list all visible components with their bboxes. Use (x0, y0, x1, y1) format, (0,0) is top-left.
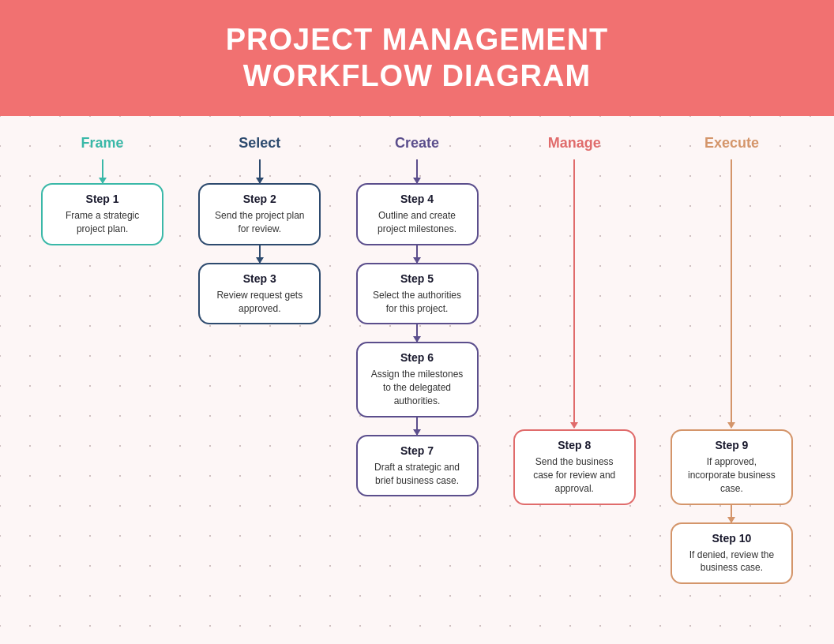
arrow-select (259, 159, 261, 183)
step4-desc: Outline and create project milestones. (369, 209, 466, 236)
col-create-label: Create (395, 135, 439, 152)
step9-title: Step 9 (683, 439, 780, 451)
step4-box: Step 4 Outline and create project milest… (356, 183, 479, 245)
col-execute-label: Execute (704, 135, 759, 152)
connector-create-2 (416, 324, 418, 342)
step8-desc: Send the business case for review and ap… (526, 455, 623, 495)
arrow-frame (102, 159, 103, 183)
diagram-area: Frame Step 1 Frame a strategic project p… (0, 116, 834, 644)
step8-box: Step 8 Send the business case for review… (513, 429, 636, 504)
step10-desc: If denied, review the business case. (683, 549, 780, 575)
step6-desc: Assign the milestones to the delegated a… (369, 368, 466, 407)
col-manage: Manage Step 8 Send the business case for… (496, 132, 653, 635)
header-title-line1: PROJECT MANAGEMENT (226, 23, 609, 56)
col-create: Create Step 4 Outline and create project… (338, 132, 495, 635)
step9-box: Step 9 If approved, incorporate business… (671, 429, 793, 504)
step1-desc: Frame a strategic project plan. (54, 209, 151, 236)
step7-box: Step 7 Draft a strategic and brief busin… (356, 435, 479, 497)
step4-title: Step 4 (369, 193, 466, 205)
step2-title: Step 2 (211, 193, 308, 205)
col-frame: Frame Step 1 Frame a strategic project p… (24, 132, 181, 635)
step5-desc: Select the authorities for this project. (369, 289, 466, 316)
step9-desc: If approved, incorporate business case. (683, 455, 780, 495)
step3-title: Step 3 (211, 272, 308, 285)
col-frame-label: Frame (81, 135, 124, 152)
col-manage-label: Manage (548, 135, 601, 152)
step8-title: Step 8 (526, 439, 623, 451)
connector-execute-1 (731, 505, 732, 522)
step1-box: Step 1 Frame a strategic project plan. (41, 183, 163, 245)
arrow-create (416, 159, 418, 183)
step1-title: Step 1 (54, 193, 151, 205)
col-select: Select Step 2 Send the project plan for … (181, 132, 338, 635)
connector-create-3 (416, 417, 418, 435)
step3-box: Step 3 Review request gets approved. (198, 263, 321, 325)
step3-desc: Review request gets approved. (211, 289, 308, 316)
header-title-line2: WORKFLOW DIAGRAM (243, 59, 591, 92)
step6-title: Step 6 (369, 351, 466, 364)
step5-title: Step 5 (369, 272, 466, 285)
step2-desc: Send the project plan for review. (211, 209, 308, 236)
step2-box: Step 2 Send the project plan for review. (198, 183, 321, 245)
step7-title: Step 7 (369, 444, 466, 457)
col-execute: Execute Step 9 If approved, incorporate … (653, 132, 810, 635)
step10-title: Step 10 (683, 532, 780, 545)
step7-desc: Draft a strategic and brief business cas… (369, 461, 466, 488)
step6-box: Step 6 Assign the milestones to the dele… (356, 342, 479, 417)
connector-select-1 (259, 245, 261, 263)
connector-create-1 (416, 245, 418, 263)
col-select-label: Select (239, 135, 280, 152)
step5-box: Step 5 Select the authorities for this p… (356, 263, 479, 325)
step10-box: Step 10 If denied, review the business c… (671, 522, 793, 585)
header: PROJECT MANAGEMENT WORKFLOW DIAGRAM (0, 0, 834, 116)
